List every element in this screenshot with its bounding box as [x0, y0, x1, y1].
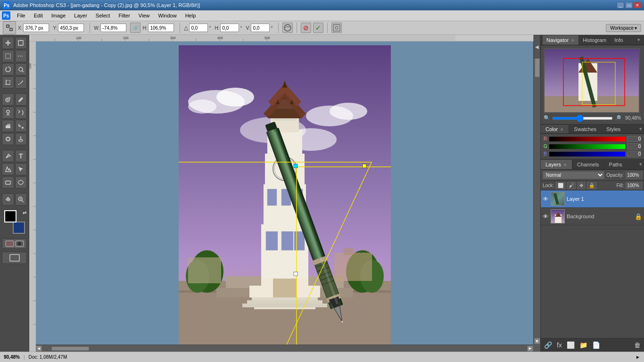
status-arrow-btn[interactable]: ► — [636, 354, 640, 360]
w-field[interactable] — [100, 24, 126, 32]
3d-tool-btn[interactable] — [15, 176, 27, 189]
opacity-input[interactable] — [626, 172, 642, 179]
layer1-vis-icon[interactable]: 👁 — [543, 196, 549, 203]
menu-filter[interactable]: Filter — [115, 12, 133, 19]
shape-tool-btn[interactable] — [2, 176, 14, 189]
link-btn[interactable]: 🔗 — [130, 23, 140, 33]
zoom-in-icon[interactable]: 🔎 — [615, 115, 621, 121]
tab-layers[interactable]: Layers ✕ — [541, 160, 572, 169]
h-skew-group: H: ° — [215, 24, 242, 32]
menu-help[interactable]: Help — [182, 12, 200, 19]
b-value-input[interactable] — [627, 151, 641, 157]
r-value-input[interactable] — [627, 136, 641, 142]
eraser-tool-btn[interactable] — [2, 120, 14, 132]
cancel-transform-btn[interactable]: ⊘ — [301, 23, 311, 33]
menu-file[interactable]: File — [13, 12, 29, 19]
color-panel-options-btn[interactable]: ▾ — [637, 124, 644, 133]
bg-layer-vis-icon[interactable]: 👁 — [543, 213, 549, 220]
tab-swatches[interactable]: Swatches — [569, 125, 602, 133]
x-field[interactable] — [23, 24, 49, 32]
close-button[interactable]: ✕ — [634, 2, 641, 8]
lock-image-btn[interactable]: 🖌 — [567, 182, 576, 189]
extra-icon[interactable] — [331, 23, 342, 33]
tab-navigator[interactable]: Navigator ✕ — [543, 35, 579, 45]
marquee-tool-btn[interactable] — [2, 50, 14, 62]
h-scrollbar[interactable]: ◄ ► — [36, 345, 533, 352]
blend-mode-select[interactable]: Normal — [543, 171, 604, 179]
lock-all-btn[interactable]: 🔒 — [587, 182, 596, 189]
lock-position-btn[interactable]: ✥ — [578, 182, 585, 189]
layer-mask-btn[interactable]: ⬜ — [565, 340, 576, 350]
warp-icon[interactable] — [282, 23, 293, 33]
path-select-tool-btn[interactable] — [2, 163, 14, 175]
tab-channels[interactable]: Channels — [572, 160, 604, 169]
g-channel-bar[interactable] — [549, 144, 625, 149]
zoom-out-icon[interactable]: 🔍 — [544, 115, 550, 121]
panel-collapse-btn[interactable]: ◀ — [534, 35, 540, 58]
layer-link-btn[interactable]: 🔗 — [543, 340, 553, 350]
tab-histogram[interactable]: Histogram — [579, 35, 611, 45]
clone-stamp-tool-btn[interactable] — [2, 107, 14, 119]
v-skew-field[interactable] — [251, 24, 270, 32]
direct-select-tool-btn[interactable] — [15, 163, 27, 175]
menu-image[interactable]: Image — [48, 12, 70, 19]
menu-window[interactable]: Window — [155, 12, 181, 19]
h-field[interactable] — [148, 24, 174, 32]
layer-group-btn[interactable]: 📁 — [578, 340, 589, 350]
history-brush-tool-btn[interactable] — [15, 107, 27, 119]
menu-edit[interactable]: Edit — [30, 12, 47, 19]
layer-item-1[interactable]: 👁 Layer 1 — [541, 190, 644, 208]
pen-tool-btn[interactable] — [2, 150, 14, 162]
b-channel-bar[interactable] — [549, 152, 625, 156]
workspace-button[interactable]: Workspace ▾ — [606, 24, 641, 32]
h-skew-field[interactable] — [220, 24, 239, 32]
crop-tool-btn[interactable] — [2, 76, 14, 89]
swap-colors-icon[interactable]: ⇄ — [23, 210, 26, 215]
y-field[interactable] — [58, 24, 84, 32]
fill-input[interactable] — [626, 182, 642, 189]
eyedropper-tool-btn[interactable] — [15, 76, 27, 89]
hand-tool-btn[interactable] — [2, 193, 14, 206]
spot-heal-tool-btn[interactable] — [2, 93, 14, 106]
r-channel-bar[interactable] — [549, 137, 625, 141]
artboard-tool-btn[interactable] — [15, 37, 27, 49]
menu-layer[interactable]: Layer — [70, 12, 91, 19]
tab-paths[interactable]: Paths — [604, 160, 627, 169]
v-scrollbar[interactable]: ▲ ▼ — [533, 41, 540, 345]
lasso-tool-btn[interactable] — [2, 63, 14, 75]
menu-select[interactable]: Select — [92, 12, 114, 19]
window-controls[interactable]: _ ▭ ✕ — [617, 2, 641, 8]
paint-bucket-tool-btn[interactable] — [15, 120, 27, 132]
quick-mask-btn[interactable] — [2, 239, 27, 249]
zoom-tool-btn[interactable] — [15, 193, 27, 206]
layer-item-bg[interactable]: 👁 Bac — [541, 208, 644, 225]
divider-1 — [90, 23, 90, 33]
blur-tool-btn[interactable] — [2, 133, 14, 145]
zoom-slider[interactable] — [552, 117, 613, 120]
restore-button[interactable]: ▭ — [625, 2, 633, 8]
type-tool-btn[interactable]: T — [15, 150, 27, 162]
tab-styles[interactable]: Styles — [602, 125, 625, 133]
quick-select-tool-btn[interactable] — [15, 63, 27, 75]
layer-new-btn[interactable]: 📄 — [591, 340, 602, 350]
move-tool-btn[interactable] — [2, 37, 14, 49]
dodge-tool-btn[interactable] — [15, 133, 27, 145]
panel-options-btn[interactable]: ▾ — [636, 35, 642, 45]
tab-color[interactable]: Color ✕ — [541, 125, 569, 133]
layers-panel-options-btn[interactable]: ▾ — [637, 159, 644, 169]
layer-fx-btn[interactable]: fx — [555, 340, 563, 350]
transform-icon[interactable] — [3, 21, 16, 34]
angle-field[interactable] — [189, 24, 208, 32]
commit-transform-btn[interactable]: ✓ — [313, 23, 323, 33]
tab-info[interactable]: Info — [611, 35, 627, 45]
foreground-color-box[interactable] — [4, 210, 17, 222]
single-row-tool-btn[interactable] — [15, 50, 27, 62]
layer-delete-btn[interactable]: 🗑 — [633, 340, 642, 350]
lock-transparent-btn[interactable]: ⬜ — [556, 182, 565, 189]
brush-tool-btn[interactable] — [15, 93, 27, 106]
minimize-button[interactable]: _ — [617, 2, 624, 8]
menu-view[interactable]: View — [135, 12, 154, 19]
background-color-box[interactable] — [13, 222, 25, 234]
screen-mode-btn[interactable] — [2, 252, 27, 264]
g-value-input[interactable] — [627, 143, 641, 149]
